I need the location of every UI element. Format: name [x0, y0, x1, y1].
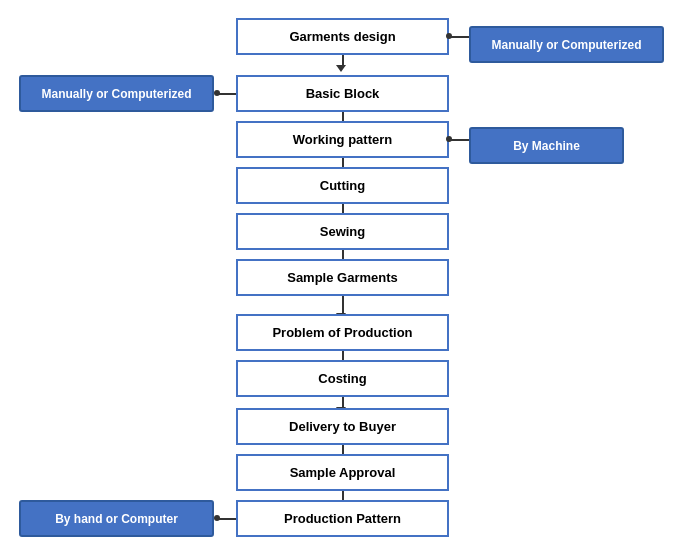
side-box-by-hand-computer: By hand or Computer: [19, 500, 214, 537]
connector-dot-4: [214, 515, 220, 521]
box-problem-of-production-label: Problem of Production: [272, 325, 412, 340]
page: Garments design Basic Block Working patt…: [0, 0, 694, 545]
box-basic-block: Basic Block: [236, 75, 449, 112]
box-working-pattern: Working pattern: [236, 121, 449, 158]
box-garments-design: Garments design: [236, 18, 449, 55]
box-sample-approval-label: Sample Approval: [290, 465, 396, 480]
box-sample-garments-label: Sample Garments: [287, 270, 398, 285]
box-costing: Costing: [236, 360, 449, 397]
side-box-by-hand-computer-label: By hand or Computer: [55, 512, 178, 526]
box-problem-of-production: Problem of Production: [236, 314, 449, 351]
arrow-6: [342, 296, 344, 314]
side-box-manually-computerized-right: Manually or Computerized: [469, 26, 664, 63]
box-basic-block-label: Basic Block: [306, 86, 380, 101]
box-sample-approval: Sample Approval: [236, 454, 449, 491]
connector-dot-1: [446, 33, 452, 39]
box-production-pattern-label: Production Pattern: [284, 511, 401, 526]
box-sewing-label: Sewing: [320, 224, 366, 239]
box-garments-design-label: Garments design: [289, 29, 395, 44]
connector-right-1: [449, 36, 469, 38]
side-box-by-machine-label: By Machine: [513, 139, 580, 153]
connector-dot-3: [446, 136, 452, 142]
box-delivery-to-buyer: Delivery to Buyer: [236, 408, 449, 445]
side-box-manually-computerized-left-label: Manually or Computerized: [41, 87, 191, 101]
side-box-by-machine: By Machine: [469, 127, 624, 164]
box-sewing: Sewing: [236, 213, 449, 250]
box-production-pattern: Production Pattern: [236, 500, 449, 537]
side-box-manually-computerized-left: Manually or Computerized: [19, 75, 214, 112]
box-working-pattern-label: Working pattern: [293, 132, 392, 147]
box-sample-garments: Sample Garments: [236, 259, 449, 296]
box-cutting-label: Cutting: [320, 178, 365, 193]
box-delivery-to-buyer-label: Delivery to Buyer: [289, 419, 396, 434]
connector-dot-2: [214, 90, 220, 96]
arrowhead-1: [336, 65, 346, 72]
box-cutting: Cutting: [236, 167, 449, 204]
connector-right-3: [449, 139, 469, 141]
box-costing-label: Costing: [318, 371, 366, 386]
side-box-manually-computerized-right-label: Manually or Computerized: [491, 38, 641, 52]
